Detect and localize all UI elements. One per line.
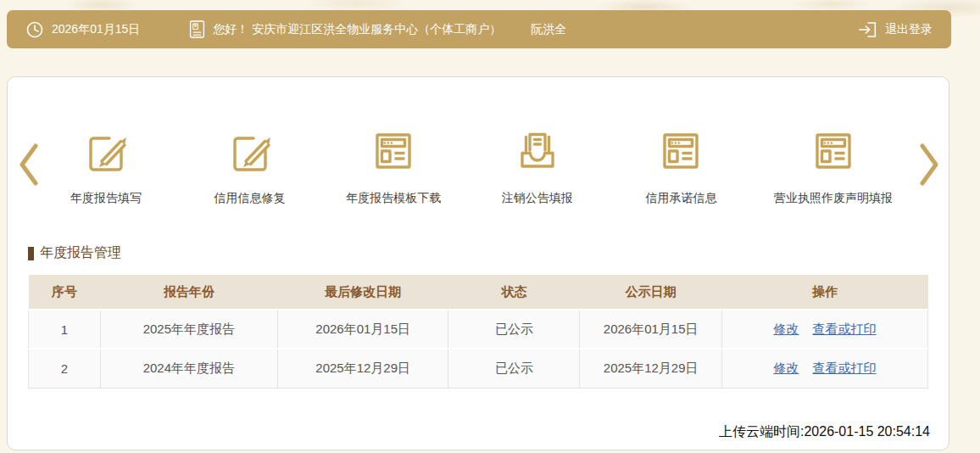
header-actions: 操作 <box>721 275 927 310</box>
carousel-item-credit-repair[interactable]: 信用信息修复 <box>199 128 301 206</box>
carousel-item-license-invalidation[interactable]: 营业执照作废声明填报 <box>774 128 893 206</box>
clock-icon <box>25 20 44 39</box>
cell-last-modified: 2026年01月15日 <box>277 310 448 349</box>
header-index: 序号 <box>29 275 101 310</box>
inbox-icon <box>515 128 560 177</box>
modify-link[interactable]: 修改 <box>773 361 799 375</box>
logout-label: 退出登录 <box>885 22 933 37</box>
cell-status: 已公示 <box>448 310 580 349</box>
carousel-item-annual-report-fill[interactable]: 年度报告填写 <box>55 128 157 206</box>
carousel-item-label: 年度报告模板下载 <box>346 191 441 206</box>
logout-button[interactable]: 退出登录 <box>858 20 933 39</box>
id-badge-icon <box>189 20 205 39</box>
function-carousel: 年度报告填写 信用信息修复 <box>55 128 893 206</box>
cell-actions: 修改 查看或打印 <box>721 310 927 349</box>
modify-link[interactable]: 修改 <box>773 322 799 336</box>
current-date: 2026年01月15日 <box>52 22 140 37</box>
carousel-next-button[interactable] <box>918 142 940 191</box>
date-group: 2026年01月15日 <box>25 20 140 39</box>
main-panel: 年度报告填写 信用信息修复 <box>7 76 949 450</box>
view-or-print-link[interactable]: 查看或打印 <box>813 322 877 336</box>
template-icon <box>658 128 704 177</box>
username: 阮洪全 <box>531 22 566 37</box>
carousel-prev-button[interactable] <box>18 142 40 191</box>
cell-report-year: 2025年年度报告 <box>100 310 277 349</box>
edit-icon <box>227 128 273 177</box>
annual-report-table: 序号 报告年份 最后修改日期 状态 公示日期 操作 1 2025年年度报告 20… <box>28 275 928 389</box>
header-status: 状态 <box>448 275 580 310</box>
header-report-year: 报告年份 <box>100 275 277 310</box>
carousel-item-cancellation-notice[interactable]: 注销公告填报 <box>487 128 588 206</box>
cell-index: 2 <box>29 349 101 388</box>
carousel-item-credit-commitment[interactable]: 信用承诺信息 <box>630 128 732 206</box>
cell-report-year: 2024年年度报告 <box>100 349 277 388</box>
section-title-text: 年度报告管理 <box>40 244 121 262</box>
edit-icon <box>83 128 129 177</box>
carousel-item-label: 信用信息修复 <box>214 191 286 206</box>
cell-last-modified: 2025年12月29日 <box>277 349 448 388</box>
template-icon <box>370 128 416 177</box>
cell-publish-date: 2026年01月15日 <box>580 310 722 349</box>
cell-index: 1 <box>29 310 101 349</box>
greeting-text: 您好！ 安庆市迎江区洪全物业服务中心（个体工商户） <box>213 22 501 37</box>
carousel-item-template-download[interactable]: 年度报告模板下载 <box>342 128 444 206</box>
table-row: 1 2025年年度报告 2026年01月15日 已公示 2026年01月15日 … <box>29 310 928 349</box>
table-row: 2 2024年年度报告 2025年12月29日 已公示 2025年12月29日 … <box>29 349 928 388</box>
cell-status: 已公示 <box>448 349 580 388</box>
cell-publish-date: 2025年12月29日 <box>580 349 722 388</box>
header-publish-date: 公示日期 <box>580 275 722 310</box>
upload-time-note: 上传云端时间:2026-01-15 20:54:14 <box>719 423 930 441</box>
template-icon <box>810 128 856 177</box>
view-or-print-link[interactable]: 查看或打印 <box>813 361 877 375</box>
greeting-group: 您好！ 安庆市迎江区洪全物业服务中心（个体工商户） 阮洪全 <box>189 20 566 39</box>
section-title-annual-report-management: 年度报告管理 <box>28 244 121 262</box>
carousel-item-label: 年度报告填写 <box>70 191 142 206</box>
carousel-item-label: 营业执照作废声明填报 <box>774 191 893 206</box>
carousel-item-label: 注销公告填报 <box>502 191 573 206</box>
cell-actions: 修改 查看或打印 <box>721 349 927 388</box>
topbar: 2026年01月15日 您好！ 安庆市迎江区洪全物业服务中心（个体工商户） 阮洪… <box>7 10 951 48</box>
section-bullet <box>28 247 34 260</box>
table-header-row: 序号 报告年份 最后修改日期 状态 公示日期 操作 <box>29 275 928 310</box>
logout-icon <box>858 20 877 39</box>
annual-report-table-wrap: 序号 报告年份 最后修改日期 状态 公示日期 操作 1 2025年年度报告 20… <box>28 275 928 389</box>
header-last-modified: 最后修改日期 <box>277 275 448 310</box>
carousel-item-label: 信用承诺信息 <box>645 191 716 206</box>
